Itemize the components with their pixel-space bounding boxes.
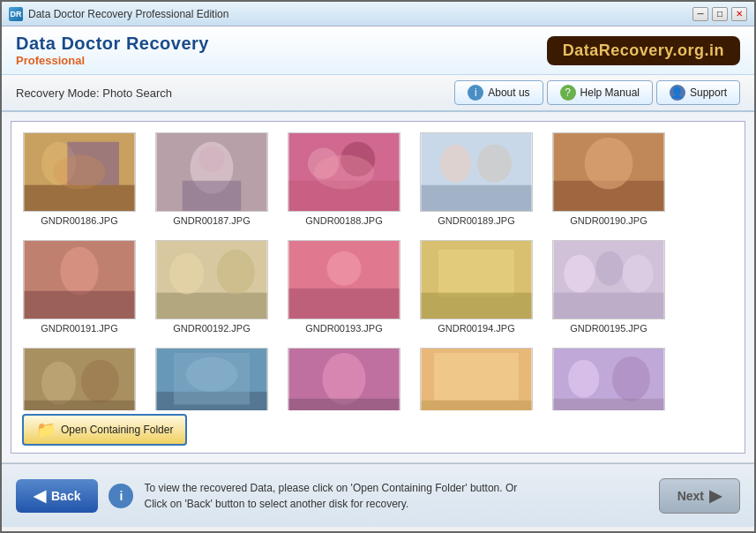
app-title: Data Doctor Recovery Professional xyxy=(16,34,209,67)
svg-rect-30 xyxy=(288,289,399,319)
photo-label: GNDR00189.JPG xyxy=(438,215,514,226)
next-label: Next xyxy=(677,489,704,503)
photo-thumb xyxy=(288,348,400,410)
next-button[interactable]: Next ▶ xyxy=(659,478,740,514)
navbar: Recovery Mode: Photo Search i About us ?… xyxy=(2,75,754,112)
svg-point-8 xyxy=(198,146,224,172)
photo-item[interactable]: GNDR00196.JPG xyxy=(22,348,137,410)
svg-point-13 xyxy=(314,154,374,189)
window-controls[interactable]: ─ □ ✕ xyxy=(692,7,747,21)
svg-point-20 xyxy=(585,138,633,190)
svg-point-35 xyxy=(564,255,595,293)
svg-point-40 xyxy=(41,362,76,405)
maximize-button[interactable]: □ xyxy=(712,7,728,21)
svg-rect-25 xyxy=(156,293,266,319)
photo-label: GNDR00187.JPG xyxy=(173,215,250,226)
photo-label: GNDR00192.JPG xyxy=(173,323,250,334)
photo-item[interactable]: GNDR00200.JPG xyxy=(551,348,666,410)
photo-thumb xyxy=(23,240,136,319)
photo-label: GNDR00186.JPG xyxy=(41,215,117,226)
svg-point-55 xyxy=(612,357,650,402)
app-edition: Professional xyxy=(16,54,209,67)
back-button[interactable]: ◀ Back xyxy=(16,479,98,513)
svg-rect-49 xyxy=(288,399,399,410)
main-content: GNDR00186.JPG GNDR00187.JPG xyxy=(2,112,754,463)
logo-badge: DataRecovery.org.in xyxy=(547,36,740,65)
photo-label: GNDR00188.JPG xyxy=(305,215,382,226)
photo-thumb xyxy=(155,240,268,319)
folder-bar: 📁 Open Containing Folder xyxy=(11,410,745,453)
back-label: Back xyxy=(51,489,80,503)
nav-buttons[interactable]: i About us ? Help Manual 👤 Support xyxy=(454,80,740,105)
photo-item[interactable]: GNDR00186.JPG xyxy=(22,132,137,226)
photo-thumb xyxy=(420,132,533,212)
close-button[interactable]: ✕ xyxy=(731,7,747,21)
photo-item[interactable]: GNDR00187.JPG xyxy=(154,132,269,226)
svg-rect-51 xyxy=(434,353,519,401)
help-icon: ? xyxy=(560,85,576,101)
photo-item[interactable]: GNDR00194.JPG xyxy=(419,240,534,334)
svg-rect-23 xyxy=(24,291,134,319)
svg-point-41 xyxy=(81,360,119,403)
photo-thumb xyxy=(155,348,268,410)
svg-rect-38 xyxy=(553,293,663,319)
photo-item[interactable]: GNDR00188.JPG xyxy=(287,132,401,226)
svg-point-29 xyxy=(326,251,361,286)
svg-point-37 xyxy=(623,255,654,293)
gallery-container: GNDR00186.JPG GNDR00187.JPG xyxy=(11,121,745,454)
photo-label: GNDR00193.JPG xyxy=(305,323,382,334)
photo-item[interactable]: GNDR00191.JPG xyxy=(22,240,137,334)
photo-label: GNDR00190.JPG xyxy=(570,215,647,226)
gallery-scroll[interactable]: GNDR00186.JPG GNDR00187.JPG xyxy=(11,122,745,410)
open-folder-label: Open Containing Folder xyxy=(61,424,173,436)
photo-item[interactable]: GNDR00193.JPG xyxy=(287,240,401,334)
svg-point-54 xyxy=(568,360,599,398)
photo-thumb xyxy=(552,348,665,410)
photo-item[interactable]: GNDR00189.JPG xyxy=(419,132,534,226)
svg-rect-42 xyxy=(24,401,134,410)
minimize-button[interactable]: ─ xyxy=(692,7,708,21)
app-header: Data Doctor Recovery Professional DataRe… xyxy=(2,26,754,75)
photo-item[interactable]: GNDR00197.JPG xyxy=(154,348,269,410)
next-arrow-icon: ▶ xyxy=(709,486,722,506)
svg-rect-7 xyxy=(183,181,241,211)
svg-point-46 xyxy=(186,357,238,392)
photo-item[interactable]: GNDR00198.JPG xyxy=(287,348,401,410)
svg-point-4 xyxy=(54,154,106,189)
info-icon: i xyxy=(468,85,483,101)
svg-point-17 xyxy=(477,145,512,183)
svg-point-48 xyxy=(323,353,366,405)
about-button[interactable]: i About us xyxy=(454,80,543,105)
app-name: Data Doctor Recovery xyxy=(16,34,209,54)
gallery-row-2: GNDR00191.JPG GNDR00192.JPG xyxy=(22,240,734,334)
photo-item[interactable]: GNDR00195.JPG xyxy=(551,240,666,334)
svg-point-27 xyxy=(217,250,255,295)
gallery-row-3: GNDR00196.JPG GNDR00197.JPG xyxy=(22,348,734,410)
footer: ◀ Back i To view the recovered Data, ple… xyxy=(2,463,754,527)
support-button[interactable]: 👤 Support xyxy=(656,80,740,105)
open-folder-button[interactable]: 📁 Open Containing Folder xyxy=(22,414,187,446)
recovery-mode-label: Recovery Mode: Photo Search xyxy=(16,86,172,100)
photo-thumb xyxy=(23,348,136,410)
photo-thumb xyxy=(288,132,400,212)
support-label: Support xyxy=(690,86,727,99)
folder-icon: 📁 xyxy=(36,420,56,439)
help-label: Help Manual xyxy=(580,86,640,99)
about-label: About us xyxy=(488,86,529,99)
title-left: DR Data Doctor Recovery Professional Edi… xyxy=(9,7,228,21)
svg-rect-52 xyxy=(421,401,531,410)
svg-rect-33 xyxy=(421,293,531,319)
window-title: Data Doctor Recovery Professional Editio… xyxy=(28,8,228,20)
svg-point-36 xyxy=(595,251,623,286)
svg-rect-56 xyxy=(553,399,663,410)
photo-item[interactable]: GNDR00190.JPG xyxy=(551,132,666,226)
photo-item[interactable]: GNDR00199.JPG xyxy=(419,348,534,410)
app-icon: DR xyxy=(9,7,23,21)
footer-info-text: To view the recovered Data, please click… xyxy=(144,480,647,512)
photo-thumb xyxy=(288,240,400,319)
photo-thumb xyxy=(552,240,665,319)
svg-rect-15 xyxy=(421,185,531,211)
photo-item[interactable]: GNDR00192.JPG xyxy=(154,240,269,334)
help-button[interactable]: ? Help Manual xyxy=(547,80,653,105)
photo-label: GNDR00195.JPG xyxy=(570,323,647,334)
